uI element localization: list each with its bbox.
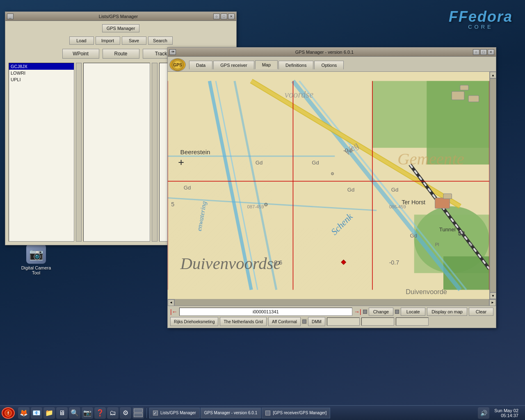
quicklaunch-icon-8[interactable]: 🗂 [107,407,119,419]
tab-gps-receiver[interactable]: GPS receiver [213,61,254,69]
tab-data[interactable]: Data [189,61,212,69]
scroll-up-arrow[interactable]: ▲ [490,72,496,78]
svg-text:087-459: 087-459 [247,204,264,209]
svg-text:Gd: Gd [391,187,399,193]
save-btn[interactable]: Save [122,37,146,45]
aff-btn[interactable]: Aff Conformal [268,317,301,326]
coord-field-1[interactable] [327,317,360,326]
svg-text:086-459: 086-459 [389,204,406,209]
svg-text:-0.7: -0.7 [389,259,399,266]
list-item-lowri[interactable]: LOWRI [9,70,74,76]
detail-panel-1 [83,63,150,242]
main-list-panel: GCJ8JX LOWRI UPLI [9,63,74,242]
taskbar-systray: 🔊 Sun May 02 05:14:37 [476,407,523,419]
scroll-thumb-v[interactable] [490,78,496,292]
import-btn[interactable]: Import [96,37,120,45]
camera-icon: 📷 [26,244,46,264]
svg-text:53: 53 [458,230,465,237]
start-button[interactable]: f [2,407,15,419]
tab-definitions[interactable]: Definitions [278,61,313,69]
display-on-map-btn[interactable]: Display on map [427,308,467,316]
netherlands-btn[interactable]: The Netherlands Grid [220,317,267,326]
lists-maximize-btn[interactable]: □ [221,14,227,19]
quicklaunch-icon-7[interactable]: ❓ [94,407,106,419]
gps-version-titlebar: 🗺 GPS Manager - version 6.0.1 ○ □ ✕ [168,48,496,57]
tab-map[interactable]: Map [255,60,278,69]
map-svg[interactable]: voordse Weg Beerestein Gemeente Ter Hors… [168,72,489,299]
quicklaunch-icon-9[interactable]: ⚙ [120,407,131,419]
svg-text:Sl: Sl [468,242,472,247]
gps-version-window: 🗺 GPS Manager - version 6.0.1 ○ □ ✕ GPS … [167,47,496,328]
map-main: voordse Weg Beerestein Gemeente Ter Hors… [168,72,489,299]
clear-btn[interactable]: Clear [469,308,493,316]
taskbar-task-gps-label: GPS Manager - version 6.0.1 [204,411,258,415]
svg-rect-64 [435,198,450,208]
quicklaunch-icon-4[interactable]: 🖥 [56,407,68,419]
lists-window-titlebar: _ Lists/GPS Manager ○ □ ✕ [5,12,236,21]
taskbar-divider-1 [146,408,147,418]
quicklaunch-icon-5[interactable]: 🔍 [69,407,80,419]
svg-rect-65 [443,194,452,199]
map-scrollbar-horizontal[interactable]: ◄ ► [168,299,496,306]
task-checkbox-2 [265,411,270,415]
gps-version-close-btn[interactable]: ✕ [488,49,494,55]
coord-field-3[interactable] [396,317,429,326]
svg-text:Gemeente: Gemeente [397,150,464,168]
list-item-gcj8jx[interactable]: GCJ8JX [9,63,74,70]
scroll-right-arrow[interactable]: ► [489,299,496,306]
taskbar-task-gps-version[interactable]: GPS Manager - version 6.0.1 [201,408,261,418]
load-btn[interactable]: Load [69,37,94,45]
lists-iconify-btn[interactable]: ○ [213,14,220,19]
lists-close-btn[interactable]: ✕ [228,14,235,19]
change-btn[interactable]: Change [369,308,394,316]
quicklaunch-icon-1[interactable]: 🦊 [18,407,30,419]
dmm-btn[interactable]: DMM [308,317,325,326]
taskbar-task-lists[interactable]: ✓ Lists/GPS Manager [149,408,200,418]
search-btn[interactable]: Search [148,37,173,45]
main-list-scrollbar[interactable] [76,63,82,242]
gps-version-icon-btn[interactable]: 🗺 [169,49,176,55]
svg-text:Duivenvoorde: Duivenvoorde [406,288,447,295]
rdm-btn[interactable]: Rijks Driehoeksmeting [170,317,218,326]
quicklaunch-icon-2[interactable]: 📧 [31,407,42,419]
gps-version-maximize-btn[interactable]: □ [480,49,487,55]
quicklaunch-icon-6[interactable]: 📷 [82,407,93,419]
route-tab[interactable]: Route [103,49,139,59]
scroll-down-arrow[interactable]: ▼ [490,292,496,299]
coord-input[interactable] [179,308,352,316]
wpoint-tab[interactable]: WPoint [62,49,99,59]
volume-icon[interactable]: 🔊 [478,407,489,419]
clock-time: 05:14:37 [494,413,518,418]
map-scrollbar-vertical[interactable]: ▲ ▼ [489,72,496,299]
svg-text:-0.6: -0.6 [272,259,283,266]
tab-options[interactable]: Options [314,61,344,69]
gps-version-iconify-btn[interactable]: ○ [473,49,479,55]
quicklaunch-icon-3[interactable]: 📁 [43,407,55,419]
coord-right-arrow: →| [354,308,361,315]
svg-text:⚙: ⚙ [331,171,334,176]
svg-text:Beerestein: Beerestein [180,148,210,155]
list-item-upli[interactable]: UPLI [9,76,74,83]
quicklaunch-icon-10[interactable] [132,407,144,419]
taskbar-tasks: ✓ Lists/GPS Manager GPS Manager - versio… [149,408,475,418]
lists-minimize-btn[interactable]: _ [7,14,14,19]
svg-text:GPS: GPS [173,63,182,67]
coord-row: |← →| Change Locate Display on map Clear [170,308,493,316]
status-indicator-3 [302,320,306,324]
coord-field-2[interactable] [361,317,394,326]
clock-date: Sun May 02 [494,408,518,413]
status-row: Rijks Driehoeksmeting The Netherlands Gr… [170,317,493,326]
nav-tabs: GPS Data GPS receiver Map Definitions Op… [168,57,496,72]
detail-scrollbar-1[interactable] [152,63,158,242]
quicklaunch-icons: 🦊 📧 📁 🖥 🔍 📷 ❓ 🗂 ⚙ [18,407,144,419]
svg-text:Gd: Gd [312,160,319,166]
svg-text:Pl: Pl [435,242,439,247]
taskbar-task-gps-receiver[interactable]: [GPS receiver/GPS Manager] [262,408,330,418]
scroll-left-arrow[interactable]: ◄ [168,299,174,306]
svg-text:-0.6: -0.6 [343,147,353,153]
locate-btn[interactable]: Locate [401,308,425,316]
bottom-controls: |← →| Change Locate Display on map Clear… [168,306,496,328]
gps-manager-label-btn[interactable]: GPS Manager [102,24,140,32]
desktop-icon-camera[interactable]: 📷 Digital Camera Tool [20,244,52,275]
svg-text:voordse: voordse [285,89,313,100]
